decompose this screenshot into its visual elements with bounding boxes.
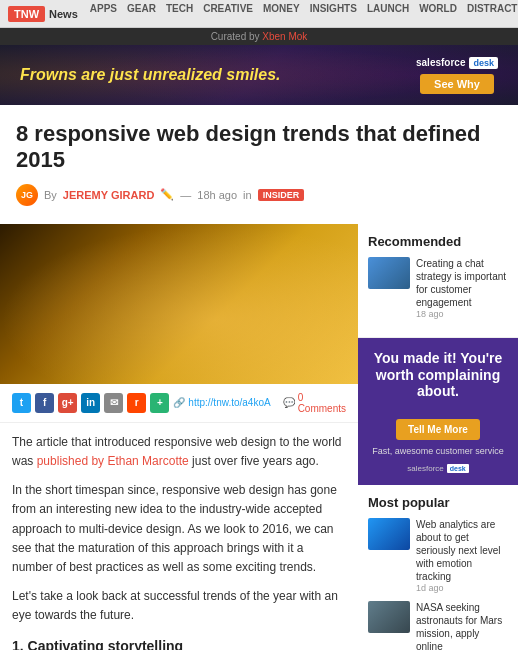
nav-distract[interactable]: DISTRACT — [467, 3, 518, 25]
main-wrapper: 8 responsive web design trends that defi… — [0, 105, 518, 650]
popular-time-1: 1d ago — [416, 583, 508, 593]
recommended-item[interactable]: Creating a chat strategy is important fo… — [368, 257, 508, 319]
salesforce-text: salesforce — [416, 57, 465, 68]
tnw-logo[interactable]: TNW — [8, 6, 45, 22]
curator-author[interactable]: Xben Mok — [262, 31, 307, 42]
comment-icon: 💬 — [283, 397, 295, 408]
share-link[interactable]: 🔗 http://tnw.to/a4koA — [173, 397, 270, 408]
ad-brand: salesforce desk — [416, 57, 498, 69]
article-hero-image — [0, 224, 358, 384]
popular-item-1[interactable]: Web analytics are about to get seriously… — [368, 518, 508, 593]
comments-text: 0 Comments — [298, 392, 346, 414]
article-body: The article that introduced responsive w… — [0, 423, 358, 650]
twitter-share-button[interactable]: t — [12, 393, 31, 413]
body-paragraph-1: The article that introduced responsive w… — [12, 433, 346, 471]
recommended-text: Creating a chat strategy is important fo… — [416, 257, 508, 309]
ad-headline: Frowns are just unrealized smiles. — [20, 66, 281, 84]
facebook-share-button[interactable]: f — [35, 393, 54, 413]
promo-salesforce-text: salesforce — [407, 464, 443, 473]
article-main: t f g+ in ✉ r + 🔗 http://tnw.to/a4koA 💬 … — [0, 224, 358, 650]
popular-text-block-1: Web analytics are about to get seriously… — [416, 518, 508, 593]
recommended-thumbnail — [368, 257, 410, 289]
body-paragraph-2: In the short timespan since, responsive … — [12, 481, 346, 577]
popular-text-2: NASA seeking astronauts for Mars mission… — [416, 601, 508, 650]
news-tag: News — [49, 8, 78, 20]
share-url: http://tnw.to/a4koA — [188, 397, 270, 408]
promo-title: You made it! You're worth complaining ab… — [370, 350, 506, 400]
time-ago: 18h ago — [197, 189, 237, 201]
popular-section: Most popular Web analytics are about to … — [358, 485, 518, 650]
promo-cta-button[interactable]: Tell Me More — [396, 419, 480, 440]
popular-text-block-2: NASA seeking astronauts for Mars mission… — [416, 601, 508, 650]
more-share-button[interactable]: + — [150, 393, 169, 413]
body-paragraph-3: Let's take a look back at successful tre… — [12, 587, 346, 625]
recommended-title: Recommended — [368, 234, 508, 249]
nav-tech[interactable]: TECH — [166, 3, 193, 25]
article-header: 8 responsive web design trends that defi… — [0, 105, 518, 224]
email-share-button[interactable]: ✉ — [104, 393, 123, 413]
see-why-button[interactable]: See Why — [420, 74, 494, 94]
sidebar: Recommended Creating a chat strategy is … — [358, 224, 518, 650]
gplus-share-button[interactable]: g+ — [58, 393, 77, 413]
popular-text-1: Web analytics are about to get seriously… — [416, 518, 508, 583]
article-title: 8 responsive web design trends that defi… — [16, 121, 502, 174]
promo-desk-logo: desk — [447, 464, 469, 473]
content-columns: t f g+ in ✉ r + 🔗 http://tnw.to/a4koA 💬 … — [0, 224, 518, 650]
social-bar: t f g+ in ✉ r + 🔗 http://tnw.to/a4koA 💬 … — [0, 384, 358, 423]
by-label: By — [44, 189, 57, 201]
avatar: JG — [16, 184, 38, 206]
ad-banner[interactable]: Frowns are just unrealized smiles. sales… — [0, 45, 518, 105]
nav-world[interactable]: WORLD — [419, 3, 457, 25]
nav-insights[interactable]: INSIGHTS — [310, 3, 357, 25]
nav-launch[interactable]: LAUNCH — [367, 3, 409, 25]
promo-brand: salesforce desk — [370, 464, 506, 473]
nav-apps[interactable]: APPS — [90, 3, 117, 25]
author-name[interactable]: JEREMY GIRARD — [63, 189, 154, 201]
popular-title: Most popular — [368, 495, 508, 510]
nav-money[interactable]: MONEY — [263, 3, 300, 25]
insider-badge[interactable]: INSIDER — [258, 189, 305, 201]
linkedin-share-button[interactable]: in — [81, 393, 100, 413]
curator-bar: Curated by Xben Mok — [0, 28, 518, 45]
edit-icon: ✏️ — [160, 188, 174, 201]
popular-item-2[interactable]: NASA seeking astronauts for Mars mission… — [368, 601, 508, 650]
recommended-section: Recommended Creating a chat strategy is … — [358, 224, 518, 338]
section-1-title: 1. Captivating storytelling — [12, 635, 346, 650]
desk-logo: desk — [469, 57, 498, 69]
ethan-marcotte-link[interactable]: published by Ethan Marcotte — [37, 454, 189, 468]
recommended-time: 18 ago — [416, 309, 508, 319]
recommended-text-block: Creating a chat strategy is important fo… — [416, 257, 508, 319]
link-icon: 🔗 — [173, 397, 185, 408]
nav-creative[interactable]: CREATIVE — [203, 3, 253, 25]
top-navigation: TNW News APPS GEAR TECH CREATIVE MONEY I… — [0, 0, 518, 28]
curator-prefix: Curated by — [211, 31, 260, 42]
nav-items: APPS GEAR TECH CREATIVE MONEY INSIGHTS L… — [90, 3, 518, 25]
promo-box: You made it! You're worth complaining ab… — [358, 338, 518, 485]
in-label: in — [243, 189, 252, 201]
popular-thumbnail-1 — [368, 518, 410, 550]
reddit-share-button[interactable]: r — [127, 393, 146, 413]
popular-thumbnail-2 — [368, 601, 410, 633]
nav-gear[interactable]: GEAR — [127, 3, 156, 25]
author-line: JG By JEREMY GIRARD ✏️ — 18h ago in INSI… — [16, 184, 502, 206]
comments-count[interactable]: 💬 0 Comments — [283, 392, 346, 414]
ad-right: salesforce desk See Why — [416, 57, 498, 94]
promo-sub: Fast, awesome customer service — [370, 446, 506, 456]
separator: — — [180, 189, 191, 201]
